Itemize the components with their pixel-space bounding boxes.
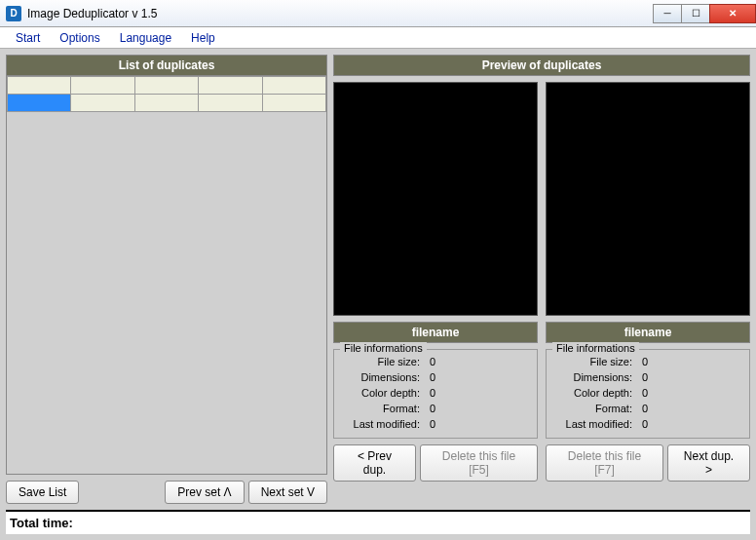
col-header[interactable]: [71, 77, 134, 95]
duplicates-list-header: List of duplicates: [6, 55, 327, 76]
preview-row: filename File informations File size:0 D…: [333, 82, 750, 439]
left-button-row: Save List Prev set Λ Next set V: [6, 475, 327, 504]
grid-cell-selected[interactable]: [8, 95, 71, 112]
value-format-right: 0: [642, 401, 741, 416]
duplicates-table: [7, 76, 326, 112]
menu-help[interactable]: Help: [181, 29, 225, 47]
info-row: Format:0: [554, 401, 741, 416]
info-row: File size:0: [554, 354, 741, 369]
value-dims-right: 0: [642, 369, 741, 385]
value-dims-left: 0: [430, 369, 529, 385]
preview-right-col: filename File informations File size:0 D…: [546, 82, 750, 439]
preview-panel: Preview of duplicates filename File info…: [333, 55, 750, 504]
info-row: Color depth:0: [554, 385, 741, 401]
right-button-row: < Prev dup. Delete this file [F5] Delete…: [333, 439, 750, 482]
minimize-icon: ─: [663, 8, 670, 19]
menu-options[interactable]: Options: [50, 29, 109, 47]
delete-file-f7-button[interactable]: Delete this file [F7]: [546, 444, 663, 482]
maximize-icon: ☐: [692, 8, 700, 19]
titlebar: D Image Deduplicator v 1.5 ─ ☐ ✕: [0, 0, 756, 27]
preview-image-right: [546, 82, 750, 316]
value-size-left: 0: [430, 354, 529, 369]
preview-header: Preview of duplicates: [333, 55, 750, 76]
grid-cell[interactable]: [71, 95, 134, 112]
value-depth-right: 0: [642, 385, 741, 401]
menubar: Start Options Language Help: [0, 27, 756, 49]
label-depth: Color depth:: [342, 385, 430, 401]
filename-label-right: filename: [546, 322, 750, 343]
next-set-button[interactable]: Next set V: [248, 481, 327, 504]
value-size-right: 0: [642, 354, 741, 369]
label-size: File size:: [554, 354, 642, 369]
fileinfo-left: File informations File size:0 Dimensions…: [333, 349, 538, 439]
label-depth: Color depth:: [554, 385, 642, 401]
col-header[interactable]: [199, 77, 262, 95]
label-format: Format:: [554, 401, 642, 416]
table-row[interactable]: [8, 95, 326, 112]
value-modified-left: 0: [430, 416, 529, 432]
titlebar-left: D Image Deduplicator v 1.5: [6, 6, 157, 21]
col-header[interactable]: [262, 77, 325, 95]
label-modified: Last modified:: [554, 416, 642, 432]
table-header-row: [8, 77, 326, 95]
window-title: Image Deduplicator v 1.5: [27, 7, 157, 20]
prev-set-button[interactable]: Prev set Λ: [165, 481, 244, 504]
next-dup-button[interactable]: Next dup. >: [667, 444, 750, 482]
duplicates-list-panel: List of duplicates: [6, 55, 327, 504]
menu-start[interactable]: Start: [6, 29, 50, 47]
minimize-button[interactable]: ─: [653, 4, 682, 23]
duplicates-grid[interactable]: [6, 76, 327, 475]
info-row: Last modified:0: [554, 416, 741, 432]
app-icon: D: [6, 6, 21, 21]
info-row: Last modified:0: [342, 416, 529, 432]
label-dims: Dimensions:: [554, 369, 642, 385]
label-dims: Dimensions:: [342, 369, 430, 385]
preview-image-left: [333, 82, 538, 316]
info-row: Dimensions:0: [554, 369, 741, 385]
col-header[interactable]: [8, 77, 71, 95]
grid-cell[interactable]: [262, 95, 325, 112]
top-section: List of duplicates: [6, 55, 750, 504]
save-list-button[interactable]: Save List: [6, 481, 79, 504]
info-row: Format:0: [342, 401, 529, 416]
col-header[interactable]: [134, 77, 198, 95]
info-row: Color depth:0: [342, 385, 529, 401]
fileinfo-legend-right: File informations: [552, 342, 639, 354]
content-area: List of duplicates: [0, 49, 756, 540]
label-format: Format:: [342, 401, 430, 416]
grid-cell[interactable]: [134, 95, 198, 112]
value-depth-left: 0: [430, 385, 529, 401]
menu-language[interactable]: Language: [110, 29, 181, 47]
filename-label-left: filename: [333, 322, 538, 343]
grid-cell[interactable]: [199, 95, 262, 112]
prev-dup-button[interactable]: < Prev dup.: [333, 444, 416, 482]
info-row: Dimensions:0: [342, 369, 529, 385]
total-time-label: Total time:: [10, 516, 73, 530]
info-row: File size:0: [342, 354, 529, 369]
fileinfo-right: File informations File size:0 Dimensions…: [546, 349, 750, 439]
label-modified: Last modified:: [342, 416, 430, 432]
value-modified-right: 0: [642, 416, 741, 432]
preview-left-col: filename File informations File size:0 D…: [333, 82, 538, 439]
window-controls: ─ ☐ ✕: [654, 4, 756, 23]
fileinfo-legend-left: File informations: [340, 342, 427, 354]
delete-file-f5-button[interactable]: Delete this file [F5]: [420, 444, 538, 482]
maximize-button[interactable]: ☐: [681, 4, 710, 23]
status-footer: Total time:: [6, 510, 750, 534]
value-format-left: 0: [430, 401, 529, 416]
label-size: File size:: [342, 354, 430, 369]
close-button[interactable]: ✕: [709, 4, 756, 23]
close-icon: ✕: [729, 8, 737, 19]
